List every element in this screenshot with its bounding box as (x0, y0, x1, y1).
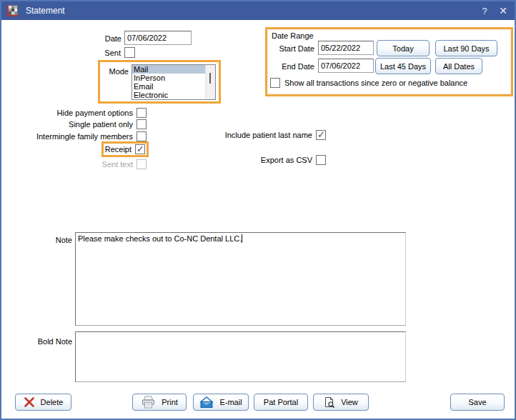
sent-checkbox[interactable] (124, 47, 135, 58)
start-date-label: Start Date (279, 44, 314, 54)
view-button[interactable]: View (313, 394, 369, 411)
single-patient-row: Single patient only (69, 119, 147, 129)
include-last-name-row: Include patient last name (225, 130, 326, 140)
document-magnifier-icon (324, 396, 335, 409)
help-button[interactable]: ? (475, 1, 495, 20)
export-csv-label: Export as CSV (261, 156, 312, 164)
receipt-checkbox[interactable] (135, 144, 145, 154)
mode-option[interactable]: Mail (132, 65, 205, 74)
single-patient-label: Single patient only (69, 120, 133, 129)
single-patient-checkbox[interactable] (137, 119, 147, 129)
sent-label: Sent (104, 48, 121, 58)
delete-button[interactable]: Delete (15, 394, 71, 411)
note-textarea[interactable]: Please make checks out to Co-NC Dental L… (75, 232, 406, 326)
hide-payment-row: Hide payment options (57, 108, 147, 118)
note-text: Please make checks out to Co-NC Dental L… (78, 234, 242, 243)
show-all-checkbox[interactable] (270, 78, 280, 88)
mode-label: Mode (109, 66, 129, 76)
end-date-label: End Date (282, 61, 314, 71)
delete-x-icon (24, 396, 35, 408)
close-button[interactable]: ✕ (493, 1, 513, 20)
include-last-name-label: Include patient last name (225, 131, 312, 139)
sent-row: Sent (104, 47, 135, 58)
sent-text-checkbox (137, 159, 147, 169)
mode-options: Mail InPerson Email Electronic (132, 65, 205, 99)
text-caret (242, 234, 242, 243)
envelope-icon (199, 396, 214, 409)
show-all-label: Show all transactions since zero or nega… (284, 79, 467, 87)
save-button[interactable]: Save (450, 394, 505, 411)
email-button[interactable]: E-mail (193, 394, 249, 411)
sent-text-label: Sent text (102, 160, 133, 169)
mode-listbox[interactable]: Mail InPerson Email Electronic (132, 64, 216, 100)
export-csv-row: Export as CSV (261, 155, 326, 165)
hide-payment-label: Hide payment options (57, 109, 133, 117)
receipt-highlight-row: Receipt (101, 141, 149, 157)
include-last-name-checkbox[interactable] (316, 130, 326, 140)
bold-note-label: Bold Note (38, 336, 72, 346)
start-date-input[interactable] (318, 41, 374, 55)
mode-scrollbar[interactable] (205, 65, 215, 99)
last-45-days-button[interactable]: Last 45 Days (375, 58, 431, 74)
show-all-row: Show all transactions since zero or nega… (269, 78, 467, 88)
end-date-input[interactable] (318, 59, 374, 73)
receipt-label: Receipt (105, 145, 132, 154)
sent-text-row: Sent text (102, 159, 147, 169)
mode-option[interactable]: Email (132, 82, 205, 91)
export-csv-checkbox[interactable] (316, 155, 326, 165)
mode-option[interactable]: Electronic (132, 91, 205, 99)
printer-icon (141, 396, 156, 409)
all-dates-button[interactable]: All Dates (435, 58, 482, 74)
date-input[interactable] (124, 31, 192, 45)
mode-option[interactable]: InPerson (132, 74, 205, 82)
today-button[interactable]: Today (377, 40, 430, 56)
statement-dialog: Statement ? ✕ Date Sent Mode Mail InPers… (0, 0, 516, 420)
window-title: Statement (26, 6, 65, 16)
hide-payment-checkbox[interactable] (137, 108, 147, 118)
intermingle-label: Intermingle family members (36, 132, 133, 141)
intermingle-row: Intermingle family members (36, 131, 147, 141)
intermingle-checkbox[interactable] (137, 131, 147, 141)
print-button[interactable]: Print (132, 394, 187, 411)
last-90-days-button[interactable]: Last 90 Days (435, 40, 497, 56)
note-label: Note (56, 235, 72, 245)
pat-portal-button[interactable]: Pat Portal (254, 394, 308, 411)
statement-grid-icon (6, 4, 19, 17)
scrollbar-thumb[interactable] (209, 73, 211, 84)
bold-note-textarea[interactable] (75, 331, 406, 382)
date-range-title: Date Range (272, 31, 314, 41)
titlebar: Statement ? ✕ (1, 1, 515, 20)
date-label: Date (105, 34, 121, 44)
